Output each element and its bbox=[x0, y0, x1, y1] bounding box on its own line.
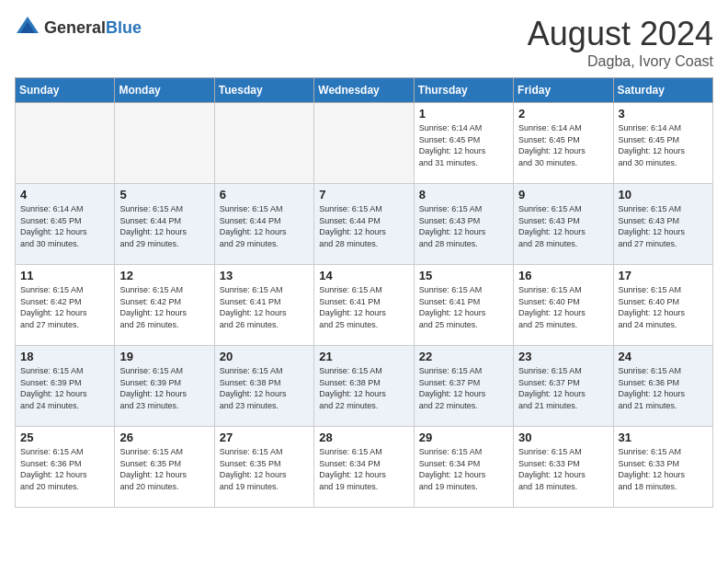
day-info: Sunrise: 6:15 AM Sunset: 6:44 PM Dayligh… bbox=[119, 203, 209, 249]
day-number: 4 bbox=[20, 188, 109, 201]
logo-general: General bbox=[44, 18, 106, 37]
day-info: Sunrise: 6:14 AM Sunset: 6:45 PM Dayligh… bbox=[619, 122, 708, 168]
day-number: 3 bbox=[619, 107, 708, 121]
calendar-cell: 21Sunrise: 6:15 AM Sunset: 6:38 PM Dayli… bbox=[314, 346, 414, 427]
day-number: 13 bbox=[220, 269, 309, 282]
calendar-row: 25Sunrise: 6:15 AM Sunset: 6:36 PM Dayli… bbox=[16, 427, 713, 508]
header-row: SundayMondayTuesdayWednesdayThursdayFrid… bbox=[16, 78, 713, 103]
location: Dagba, Ivory Coast bbox=[528, 53, 713, 70]
day-number: 18 bbox=[20, 350, 109, 363]
calendar-row: 18Sunrise: 6:15 AM Sunset: 6:39 PM Dayli… bbox=[16, 346, 713, 427]
calendar-cell: 24Sunrise: 6:15 AM Sunset: 6:36 PM Dayli… bbox=[613, 346, 712, 427]
calendar-row: 1Sunrise: 6:14 AM Sunset: 6:45 PM Daylig… bbox=[16, 103, 713, 184]
calendar-cell: 17Sunrise: 6:15 AM Sunset: 6:40 PM Dayli… bbox=[613, 265, 712, 346]
day-info: Sunrise: 6:15 AM Sunset: 6:42 PM Dayligh… bbox=[119, 284, 209, 330]
header-tuesday: Tuesday bbox=[214, 78, 313, 103]
day-info: Sunrise: 6:15 AM Sunset: 6:41 PM Dayligh… bbox=[419, 284, 508, 330]
day-number: 12 bbox=[119, 269, 209, 282]
day-info: Sunrise: 6:15 AM Sunset: 6:43 PM Dayligh… bbox=[518, 203, 608, 249]
calendar-cell: 6Sunrise: 6:15 AM Sunset: 6:44 PM Daylig… bbox=[214, 184, 313, 265]
day-number: 10 bbox=[619, 188, 708, 201]
day-info: Sunrise: 6:15 AM Sunset: 6:34 PM Dayligh… bbox=[419, 446, 508, 492]
day-number: 25 bbox=[20, 431, 109, 444]
day-info: Sunrise: 6:15 AM Sunset: 6:37 PM Dayligh… bbox=[518, 365, 608, 411]
header-sunday: Sunday bbox=[16, 78, 115, 103]
calendar-cell: 8Sunrise: 6:15 AM Sunset: 6:43 PM Daylig… bbox=[414, 184, 513, 265]
day-info: Sunrise: 6:15 AM Sunset: 6:40 PM Dayligh… bbox=[619, 284, 708, 330]
logo-icon bbox=[15, 15, 40, 40]
calendar-cell: 26Sunrise: 6:15 AM Sunset: 6:35 PM Dayli… bbox=[115, 427, 214, 508]
logo-blue: Blue bbox=[106, 18, 142, 37]
day-info: Sunrise: 6:15 AM Sunset: 6:33 PM Dayligh… bbox=[619, 446, 708, 492]
calendar-cell: 15Sunrise: 6:15 AM Sunset: 6:41 PM Dayli… bbox=[414, 265, 513, 346]
day-info: Sunrise: 6:15 AM Sunset: 6:39 PM Dayligh… bbox=[20, 365, 109, 411]
calendar-cell: 28Sunrise: 6:15 AM Sunset: 6:34 PM Dayli… bbox=[314, 427, 414, 508]
day-info: Sunrise: 6:15 AM Sunset: 6:43 PM Dayligh… bbox=[419, 203, 508, 249]
day-info: Sunrise: 6:14 AM Sunset: 6:45 PM Dayligh… bbox=[518, 122, 608, 168]
calendar-cell bbox=[214, 103, 313, 184]
calendar-cell: 1Sunrise: 6:14 AM Sunset: 6:45 PM Daylig… bbox=[414, 103, 513, 184]
day-number: 29 bbox=[419, 431, 508, 444]
calendar-cell: 19Sunrise: 6:15 AM Sunset: 6:39 PM Dayli… bbox=[115, 346, 214, 427]
day-number: 26 bbox=[119, 431, 209, 444]
calendar-cell: 3Sunrise: 6:14 AM Sunset: 6:45 PM Daylig… bbox=[613, 103, 712, 184]
day-number: 19 bbox=[119, 350, 209, 363]
title-block: August 2024 Dagba, Ivory Coast bbox=[528, 15, 713, 70]
calendar-cell: 5Sunrise: 6:15 AM Sunset: 6:44 PM Daylig… bbox=[115, 184, 214, 265]
day-number: 9 bbox=[518, 188, 608, 201]
header-saturday: Saturday bbox=[613, 78, 712, 103]
day-info: Sunrise: 6:15 AM Sunset: 6:40 PM Dayligh… bbox=[518, 284, 608, 330]
day-number: 15 bbox=[419, 269, 508, 282]
calendar-cell bbox=[115, 103, 214, 184]
calendar-cell: 22Sunrise: 6:15 AM Sunset: 6:37 PM Dayli… bbox=[414, 346, 513, 427]
calendar-cell: 7Sunrise: 6:15 AM Sunset: 6:44 PM Daylig… bbox=[314, 184, 414, 265]
calendar-cell: 18Sunrise: 6:15 AM Sunset: 6:39 PM Dayli… bbox=[16, 346, 115, 427]
calendar-table: SundayMondayTuesdayWednesdayThursdayFrid… bbox=[15, 77, 713, 508]
day-number: 22 bbox=[419, 350, 508, 363]
calendar-cell: 4Sunrise: 6:14 AM Sunset: 6:45 PM Daylig… bbox=[16, 184, 115, 265]
day-info: Sunrise: 6:15 AM Sunset: 6:43 PM Dayligh… bbox=[619, 203, 708, 249]
day-info: Sunrise: 6:15 AM Sunset: 6:42 PM Dayligh… bbox=[20, 284, 109, 330]
calendar-cell: 9Sunrise: 6:15 AM Sunset: 6:43 PM Daylig… bbox=[514, 184, 613, 265]
calendar-cell: 16Sunrise: 6:15 AM Sunset: 6:40 PM Dayli… bbox=[514, 265, 613, 346]
calendar-cell: 30Sunrise: 6:15 AM Sunset: 6:33 PM Dayli… bbox=[514, 427, 613, 508]
month-year: August 2024 bbox=[528, 15, 713, 53]
calendar-cell: 14Sunrise: 6:15 AM Sunset: 6:41 PM Dayli… bbox=[314, 265, 414, 346]
calendar-cell: 11Sunrise: 6:15 AM Sunset: 6:42 PM Dayli… bbox=[16, 265, 115, 346]
calendar-cell: 10Sunrise: 6:15 AM Sunset: 6:43 PM Dayli… bbox=[613, 184, 712, 265]
day-info: Sunrise: 6:15 AM Sunset: 6:41 PM Dayligh… bbox=[319, 284, 408, 330]
day-number: 31 bbox=[619, 431, 708, 444]
header-monday: Monday bbox=[115, 78, 214, 103]
day-number: 2 bbox=[518, 107, 608, 121]
calendar-cell: 31Sunrise: 6:15 AM Sunset: 6:33 PM Dayli… bbox=[613, 427, 712, 508]
calendar-cell: 12Sunrise: 6:15 AM Sunset: 6:42 PM Dayli… bbox=[115, 265, 214, 346]
page-header: GeneralBlue August 2024 Dagba, Ivory Coa… bbox=[15, 15, 713, 70]
day-number: 14 bbox=[319, 269, 408, 282]
day-number: 7 bbox=[319, 188, 408, 201]
calendar-cell: 20Sunrise: 6:15 AM Sunset: 6:38 PM Dayli… bbox=[214, 346, 313, 427]
day-number: 17 bbox=[619, 269, 708, 282]
day-info: Sunrise: 6:15 AM Sunset: 6:38 PM Dayligh… bbox=[220, 365, 309, 411]
day-info: Sunrise: 6:15 AM Sunset: 6:39 PM Dayligh… bbox=[119, 365, 209, 411]
logo: GeneralBlue bbox=[15, 15, 142, 40]
day-info: Sunrise: 6:15 AM Sunset: 6:44 PM Dayligh… bbox=[220, 203, 309, 249]
calendar-cell: 27Sunrise: 6:15 AM Sunset: 6:35 PM Dayli… bbox=[214, 427, 313, 508]
day-info: Sunrise: 6:15 AM Sunset: 6:37 PM Dayligh… bbox=[419, 365, 508, 411]
day-number: 27 bbox=[220, 431, 309, 444]
day-info: Sunrise: 6:15 AM Sunset: 6:36 PM Dayligh… bbox=[619, 365, 708, 411]
day-info: Sunrise: 6:15 AM Sunset: 6:44 PM Dayligh… bbox=[319, 203, 408, 249]
calendar-cell: 2Sunrise: 6:14 AM Sunset: 6:45 PM Daylig… bbox=[514, 103, 613, 184]
header-wednesday: Wednesday bbox=[314, 78, 414, 103]
day-number: 23 bbox=[518, 350, 608, 363]
day-number: 28 bbox=[319, 431, 408, 444]
calendar-cell: 13Sunrise: 6:15 AM Sunset: 6:41 PM Dayli… bbox=[214, 265, 313, 346]
day-number: 5 bbox=[119, 188, 209, 201]
calendar-cell bbox=[314, 103, 414, 184]
calendar-cell: 23Sunrise: 6:15 AM Sunset: 6:37 PM Dayli… bbox=[514, 346, 613, 427]
day-number: 30 bbox=[518, 431, 608, 444]
day-info: Sunrise: 6:15 AM Sunset: 6:41 PM Dayligh… bbox=[220, 284, 309, 330]
calendar-row: 4Sunrise: 6:14 AM Sunset: 6:45 PM Daylig… bbox=[16, 184, 713, 265]
day-info: Sunrise: 6:15 AM Sunset: 6:38 PM Dayligh… bbox=[319, 365, 408, 411]
day-number: 16 bbox=[518, 269, 608, 282]
day-number: 6 bbox=[220, 188, 309, 201]
